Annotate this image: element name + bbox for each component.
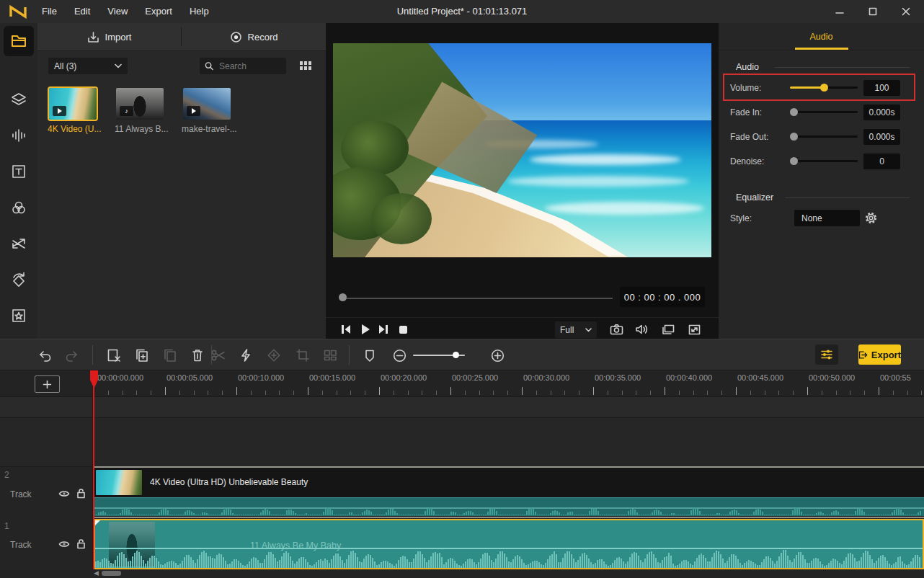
add-track-button[interactable] xyxy=(35,375,60,393)
close-button[interactable] xyxy=(889,0,923,23)
media-item-audio-1-thumbnail[interactable]: ♪ xyxy=(116,88,164,120)
menu-view[interactable]: View xyxy=(99,0,136,23)
minimize-button[interactable] xyxy=(823,0,856,23)
fade-out-slider-handle[interactable] xyxy=(790,133,798,141)
minimize-icon xyxy=(835,7,844,16)
split-screen-button[interactable] xyxy=(322,347,338,363)
fade-out-label: Fade Out: xyxy=(730,132,768,142)
cut-clip-button[interactable] xyxy=(106,347,122,363)
search-icon xyxy=(205,61,213,71)
denoise-slider[interactable] xyxy=(790,160,858,162)
equalizer-style-dropdown[interactable]: None xyxy=(794,210,860,226)
adjust-sliders-icon xyxy=(820,349,833,360)
volume-slider-handle[interactable] xyxy=(820,84,828,92)
marker-button[interactable] xyxy=(362,347,378,363)
menu-help[interactable]: Help xyxy=(181,0,218,23)
track-1-visibility-toggle[interactable] xyxy=(58,540,70,548)
search-input[interactable] xyxy=(218,61,281,72)
media-item-video-1-thumbnail[interactable] xyxy=(49,88,97,120)
crop-button[interactable] xyxy=(295,347,311,363)
maximize-button[interactable] xyxy=(856,0,889,23)
media-filter-value: All (3) xyxy=(54,61,76,71)
fullscreen-button[interactable] xyxy=(686,321,702,337)
menu-export[interactable]: Export xyxy=(136,0,181,23)
render-settings-button[interactable] xyxy=(815,344,838,365)
empty-track-row[interactable] xyxy=(0,418,924,466)
volume-slider[interactable] xyxy=(790,86,858,89)
sidebar-item-overlays[interactable] xyxy=(4,84,34,115)
sidebar-item-text[interactable] xyxy=(4,156,34,187)
speed-button[interactable] xyxy=(238,347,254,363)
keyframe-button[interactable] xyxy=(266,347,282,363)
tab-record[interactable]: Record xyxy=(182,23,326,50)
track-divider xyxy=(94,517,924,518)
music-clip-selected[interactable]: 11 Always Be My Baby xyxy=(94,519,924,569)
media-item-video-2-thumbnail[interactable] xyxy=(183,88,231,120)
track-1-lock-toggle[interactable] xyxy=(76,538,86,549)
media-search[interactable] xyxy=(200,58,286,74)
timeline-zoom-in-button[interactable] xyxy=(489,347,505,363)
fade-out-slider[interactable] xyxy=(790,135,858,138)
play-badge-icon xyxy=(187,106,200,116)
timeline-toolbar: Export xyxy=(0,339,924,370)
seek-bar[interactable] xyxy=(345,298,613,299)
sidebar-item-animation[interactable] xyxy=(4,264,34,295)
export-button[interactable]: Export xyxy=(858,344,901,365)
previous-frame-button[interactable] xyxy=(338,321,354,337)
volume-value-field[interactable]: 100 xyxy=(863,80,900,96)
stop-button[interactable] xyxy=(395,321,411,337)
seek-handle[interactable] xyxy=(339,293,347,301)
play-icon xyxy=(360,324,370,335)
transitions-icon xyxy=(10,235,27,252)
media-filter-dropdown[interactable]: All (3) xyxy=(48,58,128,74)
sidebar-item-filters[interactable] xyxy=(4,192,34,223)
sidebar-item-audio[interactable] xyxy=(4,120,34,151)
snapshot-button[interactable] xyxy=(608,321,624,337)
tab-audio[interactable]: Audio xyxy=(719,23,924,50)
video-clip[interactable]: 4K Video (Ultra HD) Unbelievable Beauty xyxy=(94,468,924,497)
fade-in-slider-handle[interactable] xyxy=(790,108,798,116)
split-button[interactable] xyxy=(210,347,226,363)
timeline-hscrollbar[interactable]: ◀ xyxy=(94,570,924,578)
grid-view-button[interactable] xyxy=(298,59,313,72)
track-2-visibility-toggle[interactable] xyxy=(58,489,70,498)
video-preview[interactable] xyxy=(333,43,711,257)
toolbar-divider xyxy=(349,345,350,365)
denoise-value-field[interactable]: 0 xyxy=(863,154,900,169)
app-logo-icon xyxy=(9,4,27,19)
playhead-line[interactable] xyxy=(93,370,94,569)
next-frame-icon xyxy=(378,324,389,334)
sidebar-item-transitions[interactable] xyxy=(4,228,34,259)
timeline-ruler[interactable]: 00:00:00.000 00:00:05.000 00:00:10.000 0… xyxy=(0,370,924,397)
fade-in-value-field[interactable]: 0.000s xyxy=(863,105,900,120)
menu-file[interactable]: File xyxy=(33,0,66,23)
next-frame-button[interactable] xyxy=(376,321,391,337)
copy-button[interactable] xyxy=(162,347,178,363)
video-clip-audio-strip[interactable] xyxy=(94,497,924,516)
delete-button[interactable] xyxy=(190,347,205,363)
pip-button[interactable] xyxy=(660,321,676,337)
timeline-zoom-out-button[interactable] xyxy=(391,347,407,363)
tab-import[interactable]: Import xyxy=(37,23,181,50)
empty-track-row[interactable] xyxy=(0,397,924,417)
sidebar-item-effects[interactable] xyxy=(4,301,34,331)
sidebar-item-media[interactable] xyxy=(4,26,34,56)
fade-out-value-field[interactable]: 0.000s xyxy=(863,129,900,145)
scroll-left-icon[interactable]: ◀ xyxy=(94,569,99,577)
mute-button[interactable] xyxy=(634,321,649,337)
undo-button[interactable] xyxy=(37,347,53,363)
hscrollbar-handle[interactable] xyxy=(102,571,121,576)
duplicate-button[interactable] xyxy=(134,347,150,363)
music-clip-volume-line[interactable] xyxy=(95,548,923,549)
preview-scale-dropdown[interactable]: Full xyxy=(555,321,597,338)
play-button[interactable] xyxy=(357,321,373,337)
menu-edit[interactable]: Edit xyxy=(66,0,99,23)
media-tabs: Import Record xyxy=(37,23,326,51)
equalizer-settings-button[interactable] xyxy=(864,211,878,225)
track-2-lock-toggle[interactable] xyxy=(76,488,86,499)
clip-trim-handle[interactable] xyxy=(95,520,100,525)
denoise-slider-handle[interactable] xyxy=(790,157,798,165)
fade-in-slider[interactable] xyxy=(790,111,858,113)
timeline-zoom-slider-handle[interactable] xyxy=(453,352,459,358)
redo-button[interactable] xyxy=(64,347,80,363)
